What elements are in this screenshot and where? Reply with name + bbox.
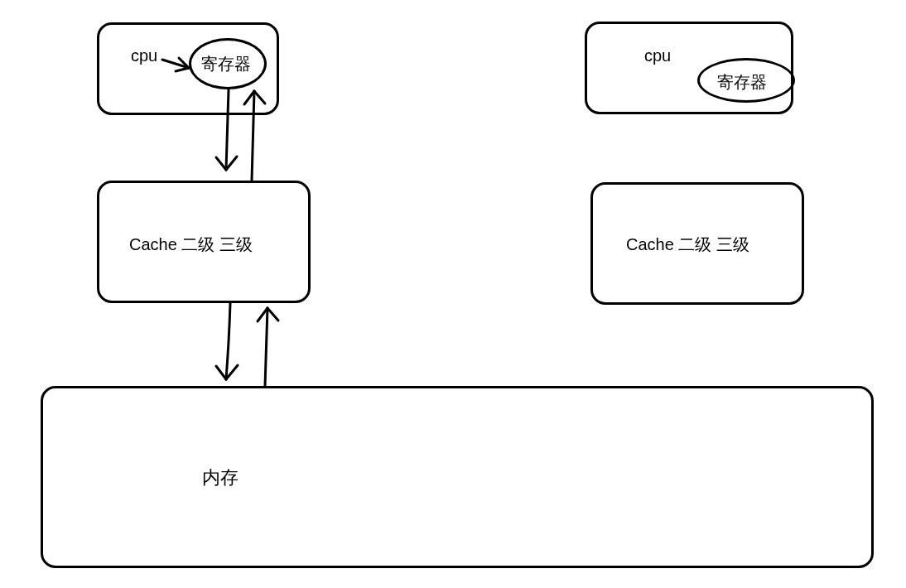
arrow-cache-to-memory-down [216,303,238,379]
arrow-memory-to-cache-up [258,308,278,386]
memory-box [41,386,874,568]
left-register-label: 寄存器 [201,53,251,75]
left-cpu-label: cpu [131,46,157,65]
right-cpu-label: cpu [644,46,671,65]
right-register-label: 寄存器 [717,71,767,94]
memory-label: 内存 [202,465,239,490]
right-cache-label: Cache 二级 三级 [626,234,749,256]
left-cache-label: Cache 二级 三级 [129,234,253,256]
